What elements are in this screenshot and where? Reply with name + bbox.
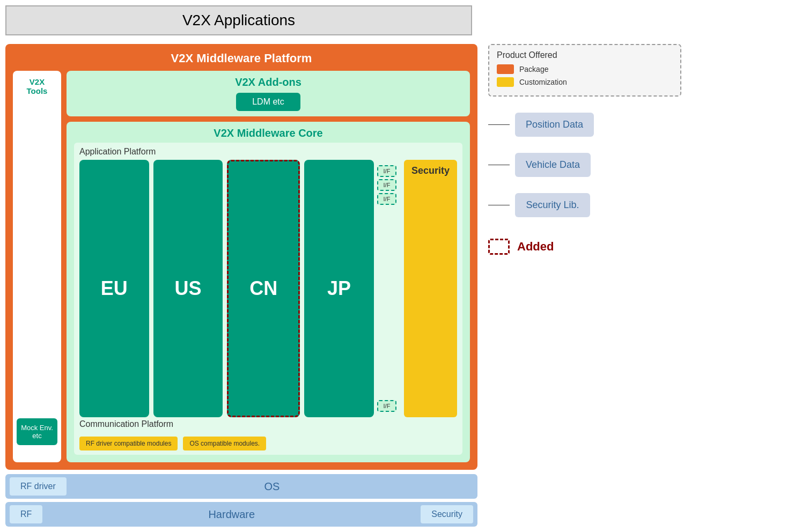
vehicle-data-box: Vehicle Data — [515, 153, 591, 177]
security-lib-row: Security Lib. — [488, 193, 681, 217]
legend-customization-item: Customization — [497, 77, 673, 87]
legend-title: Product Offered — [497, 50, 673, 60]
customization-label: Customization — [519, 78, 567, 86]
vehicle-data-row: Vehicle Data — [488, 153, 681, 177]
region-eu: EU — [79, 160, 149, 417]
middleware-core-box: V2X Middleware Core Application Platform… — [67, 122, 470, 462]
addons-box: V2X Add-ons LDM etc — [67, 71, 470, 116]
region-jp: JP — [304, 160, 374, 417]
middleware-platform-box: V2X Middleware Platform V2XTools Mock En… — [5, 44, 477, 470]
if-box-4: I/F — [377, 400, 396, 412]
package-swatch — [497, 64, 514, 74]
mock-env-label: Mock Env.etc — [21, 424, 53, 440]
module-row: RF driver compatible modules OS compatib… — [79, 437, 457, 450]
os-module-box: OS compatible modules. — [183, 437, 266, 450]
v2x-tools-title: V2XTools — [27, 77, 48, 95]
comm-platform-title: Communication Platform — [79, 419, 457, 429]
package-label: Package — [519, 65, 548, 73]
middleware-platform-title: V2X Middleware Platform — [13, 51, 470, 65]
app-platform-title: Application Platform — [79, 147, 457, 157]
rf-driver-box: RF driver — [10, 477, 67, 496]
region-blocks: EU US CN JP — [79, 160, 374, 417]
legend-package-item: Package — [497, 64, 673, 74]
security-lib-label: Security Lib. — [526, 200, 579, 210]
rf-box: RF — [10, 505, 42, 523]
position-data-row: Position Data — [488, 113, 681, 137]
vehicle-data-label: Vehicle Data — [526, 159, 580, 170]
position-data-box: Position Data — [515, 113, 594, 137]
customization-swatch — [497, 77, 514, 87]
if-box-2: I/F — [377, 179, 396, 191]
app-platform-area: Application Platform EU US CN JP — [74, 143, 462, 455]
added-dashed-box — [488, 239, 510, 255]
addons-title: V2X Add-ons — [235, 76, 301, 88]
security-inline-label: Security — [411, 165, 450, 176]
rf-os-bar: RF driver OS — [5, 474, 477, 499]
bottom-bars: RF driver OS RF Hardware Security — [5, 474, 477, 527]
vehicle-data-line — [488, 165, 510, 165]
v2x-tools-box: V2XTools Mock Env.etc — [13, 71, 61, 462]
security-bottom-box: Security — [421, 505, 473, 523]
ifs-column: I/F I/F I/F I/F — [377, 160, 396, 417]
security-lib-box: Security Lib. — [515, 193, 590, 217]
mock-env-box: Mock Env.etc — [17, 418, 57, 445]
rf-hw-security-bar: RF Hardware Security — [5, 502, 477, 527]
middleware-core-title: V2X Middleware Core — [74, 127, 462, 139]
rf-module-box: RF driver compatible modules — [79, 437, 178, 450]
position-data-line — [488, 124, 510, 125]
side-labels: Position Data Vehicle Data Security Lib. — [488, 113, 681, 255]
v2x-applications-title: V2X Applications — [182, 12, 295, 28]
region-us: US — [153, 160, 223, 417]
position-data-label: Position Data — [526, 119, 583, 130]
if-box-3: I/F — [377, 193, 396, 205]
if-box-1: I/F — [377, 165, 396, 177]
added-label: Added — [517, 240, 554, 254]
added-row: Added — [488, 239, 681, 255]
right-area: Product Offered Package Customization Po… — [477, 44, 681, 527]
region-cn: CN — [227, 160, 300, 417]
security-lib-line — [488, 205, 510, 205]
os-label: OS — [71, 481, 473, 493]
hardware-label: Hardware — [47, 508, 416, 521]
ldm-box: LDM etc — [236, 93, 300, 111]
v2x-applications-bar: V2X Applications — [5, 5, 472, 35]
security-inline-box: Security — [404, 160, 457, 417]
legend-box: Product Offered Package Customization — [488, 44, 681, 97]
